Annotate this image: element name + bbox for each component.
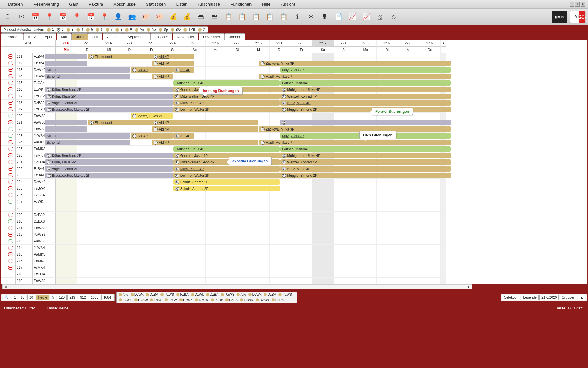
booking-bar[interactable]: CMuggle, Simone 2P (280, 107, 451, 112)
grid-cell[interactable] (377, 245, 398, 251)
booking-bar[interactable]: CStolz, Maria 4P (280, 166, 451, 172)
grid-cell[interactable] (56, 218, 77, 225)
grid-cell[interactable] (56, 245, 77, 251)
grid-cell[interactable] (206, 225, 227, 231)
tab-mai[interactable]: Mai (57, 33, 71, 40)
cat-DzWk[interactable]: DzWk (248, 293, 261, 297)
grid-cell[interactable] (98, 264, 120, 271)
pin-cal-icon[interactable]: 📍 (71, 11, 82, 22)
grid-cell[interactable] (270, 278, 291, 284)
calendar-plus-icon[interactable]: 📅 (30, 11, 41, 22)
grid-cell[interactable] (206, 67, 227, 73)
grid-cell[interactable] (419, 238, 441, 245)
room-number[interactable]: 124 (16, 139, 33, 146)
grid-cell[interactable] (291, 225, 313, 231)
grid-cell[interactable] (398, 258, 419, 264)
grid-cell[interactable] (355, 218, 377, 225)
grid-cell[interactable] (312, 251, 334, 258)
grid-cell[interactable] (141, 179, 163, 185)
grid-cell[interactable] (184, 113, 206, 119)
grid-cell[interactable] (248, 271, 270, 278)
cat-FzGA[interactable]: FzGA (165, 298, 177, 302)
window-maximize[interactable]: + (575, 2, 580, 7)
grid-cell[interactable] (312, 185, 334, 192)
grid-cell[interactable] (163, 198, 184, 205)
cat-PsRo[interactable]: PsRo (272, 298, 284, 302)
grid-cell[interactable] (419, 245, 441, 251)
grid-cell[interactable] (77, 198, 99, 205)
grid-cell[interactable] (56, 238, 77, 245)
info-icon[interactable]: ℹ (292, 11, 303, 22)
booking-bar[interactable]: Trausner, Klaus 4P (173, 80, 280, 86)
grid-cell[interactable] (141, 212, 163, 218)
grid-cell[interactable] (184, 258, 206, 264)
persons-icon[interactable]: 👥 (126, 11, 137, 22)
grid-cell[interactable] (291, 231, 313, 238)
grid-cell[interactable] (120, 179, 142, 185)
grid-cell[interactable] (206, 133, 227, 139)
filter-opt-3[interactable]: 3 (67, 28, 74, 32)
grid-cell[interactable] (120, 185, 142, 192)
grid-cell[interactable] (312, 212, 334, 218)
grid-cell[interactable] (227, 251, 248, 258)
booking-bar[interactable]: Schön 2P (45, 140, 130, 145)
grid-cell[interactable] (334, 271, 355, 278)
grid-cell[interactable] (98, 80, 120, 86)
booking-bar[interactable]: CAbl 4P (152, 126, 258, 132)
grid-cell[interactable] (355, 192, 377, 198)
grid-cell[interactable] (56, 192, 77, 198)
grid-cell[interactable] (312, 278, 334, 284)
grid-cell[interactable] (291, 238, 313, 245)
room-number[interactable]: 212 (16, 231, 33, 238)
booking-bar[interactable]: CVogele, Maria 2P (45, 166, 173, 172)
grid-cell[interactable] (56, 205, 77, 212)
grid-cell[interactable] (248, 238, 270, 245)
grid-cell[interactable] (291, 113, 313, 119)
coins-plus-icon[interactable]: 💰 (168, 11, 179, 22)
grid-cell[interactable] (355, 205, 377, 212)
grid-cell[interactable] (120, 198, 142, 205)
grid-cell[interactable] (227, 212, 248, 218)
grid-cell[interactable] (98, 258, 120, 264)
grid-cell[interactable] (163, 212, 184, 218)
grid-cell[interactable] (56, 231, 77, 238)
grid-cell[interactable] (141, 264, 163, 271)
grid-cell[interactable] (355, 278, 377, 284)
min-stay-filter[interactable]: Mindest-Aufenthalt ändern 1 2 3 4 5 6 7 … (1, 26, 208, 33)
grid-cell[interactable] (120, 278, 142, 284)
grid-cell[interactable] (334, 185, 355, 192)
logo-gms[interactable]: gms (552, 11, 567, 23)
menu-funktionen[interactable]: Funktionen (225, 2, 257, 7)
booking-bar[interactable]: Schön 2P (45, 74, 130, 79)
close-icon[interactable]: ⦸ (388, 11, 399, 22)
grid-cell[interactable] (98, 238, 120, 245)
grid-cell[interactable] (270, 113, 291, 119)
cat-EzWK[interactable]: EzWK (240, 298, 253, 302)
cat-DzWk[interactable]: DzWk (131, 293, 144, 297)
grid-cell[interactable] (312, 225, 334, 231)
grid-cell[interactable] (206, 264, 227, 271)
grid-cell[interactable] (291, 278, 313, 284)
grid-cell[interactable] (419, 251, 441, 258)
clip-lines-icon[interactable]: 📋 (237, 11, 247, 22)
grid-cell[interactable] (291, 198, 313, 205)
grid-cell[interactable] (355, 53, 377, 60)
grid-cell[interactable] (419, 113, 441, 119)
booking-bar[interactable]: CMitterwallner, Sepp 4P (173, 159, 280, 165)
grid-cell[interactable] (312, 271, 334, 278)
grid-cell[interactable] (206, 231, 227, 238)
filter-opt-5[interactable]: 5 (86, 28, 93, 32)
grid-cell[interactable] (312, 113, 334, 119)
grid-cell[interactable] (355, 251, 377, 258)
grid-cell[interactable] (270, 205, 291, 212)
room-number[interactable]: 201 (16, 159, 33, 165)
room-number[interactable]: 116 (16, 86, 33, 93)
grid-cell[interactable] (334, 212, 355, 218)
grid-cell[interactable] (248, 218, 270, 225)
grid-cell[interactable] (227, 53, 248, 60)
grid-cell[interactable] (98, 185, 120, 192)
grid-cell[interactable] (141, 185, 163, 192)
grid-cell[interactable] (227, 60, 248, 67)
filter-opt-Ab[interactable]: Ab (147, 28, 156, 32)
grid-cell[interactable] (56, 271, 77, 278)
